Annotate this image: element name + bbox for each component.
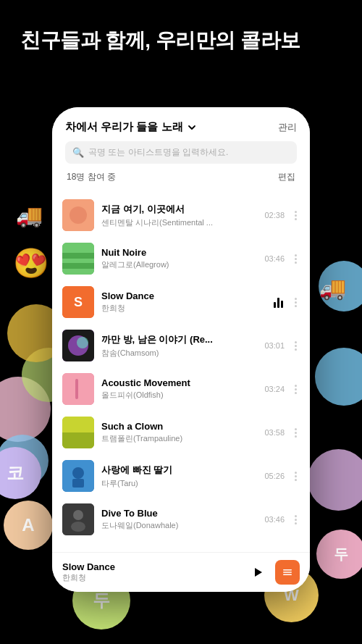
player-info: Slow Dance 한희청 (62, 561, 239, 583)
svg-point-15 (72, 467, 84, 479)
song-title: Acoustic Movement (101, 377, 257, 388)
song-artist: 센티멘탈 시나리(Sentimental ... (101, 217, 257, 228)
song-info: Nuit Noire알레그로(Allegrow) (101, 247, 257, 270)
song-more-button[interactable] (292, 512, 300, 527)
deco-circle-sa: 두 (316, 530, 362, 579)
list-item[interactable]: Nuit Noire알레그로(Allegrow)03:46 (52, 237, 310, 280)
deco-circle-lavender-r (308, 449, 362, 511)
svg-rect-21 (283, 572, 292, 573)
song-title: 지금 여기, 이곳에서 (101, 203, 257, 216)
song-more-button[interactable] (292, 425, 300, 440)
song-title: Dive To Blue (101, 508, 257, 519)
song-list: 지금 여기, 이곳에서센티멘탈 시나리(Sentimental ...02:38… (52, 193, 310, 552)
svg-point-1 (70, 206, 87, 224)
song-thumbnail (62, 503, 94, 535)
song-more-button[interactable] (292, 208, 300, 223)
manage-button[interactable]: 관리 (278, 121, 297, 134)
song-info: Acoustic Movement올드피쉬(Oldfish) (101, 377, 257, 401)
list-item[interactable]: Dive To Blue도나웨일(Donawhale)03:46 (52, 498, 310, 541)
player-title: Slow Dance (62, 561, 239, 572)
song-more-button[interactable] (292, 295, 300, 310)
bottom-player: Slow Dance 한희청 (52, 552, 310, 592)
phone-header: 차에서 우리가 들을 노래 관리 🔍 곡명 또는 아티스트명을 입력하세요. 1… (52, 107, 310, 193)
list-item[interactable]: 까만 방, 남은 이야기 (Re...참솜(Chamsom)03:01 (52, 324, 310, 367)
svg-rect-3 (62, 253, 94, 259)
song-duration: 03:46 (264, 254, 285, 263)
song-thumbnail (62, 417, 94, 448)
song-duration: 03:46 (264, 515, 285, 524)
song-duration: 05:26 (264, 472, 285, 480)
song-duration: 03:24 (264, 385, 285, 393)
list-item[interactable]: Acoustic Movement올드피쉬(Oldfish)03:24 (52, 367, 310, 411)
truck-emoji-left: 🚚 (16, 203, 43, 228)
deco-circle-a: A (4, 501, 53, 550)
song-thumbnail (62, 243, 94, 275)
eyes-emoji: 😍 (13, 246, 49, 280)
song-artist: 한희청 (101, 303, 266, 314)
song-artist: 트램폴린(Trampauline) (101, 433, 257, 444)
svg-point-19 (71, 522, 85, 532)
song-more-button[interactable] (292, 382, 300, 397)
song-info: 사랑에 빠진 딸기타루(Taru) (101, 464, 257, 489)
song-more-button[interactable] (292, 338, 300, 354)
song-thumbnail (62, 330, 94, 361)
search-placeholder: 곡명 또는 아티스트명을 입력하세요. (88, 146, 228, 159)
search-bar[interactable]: 🔍 곡명 또는 아티스트명을 입력하세요. (65, 141, 297, 164)
svg-rect-11 (75, 379, 78, 399)
list-item[interactable]: 지금 여기, 이곳에서센티멘탈 시나리(Sentimental ...02:38 (52, 193, 310, 237)
deco-circle-cyan-r2 (315, 348, 362, 406)
playlist-title: 차에서 우리가 들을 노래 (65, 120, 198, 134)
song-title: Nuit Noire (101, 247, 257, 258)
song-thumbnail (62, 373, 94, 405)
song-info: Slow Dance한희청 (101, 290, 266, 314)
song-title: Such a Clown (101, 421, 257, 432)
song-title: Slow Dance (101, 290, 266, 301)
song-artist: 타루(Taru) (101, 478, 257, 489)
song-thumbnail (62, 460, 94, 492)
song-info: Dive To Blue도나웨일(Donawhale) (101, 508, 257, 531)
svg-rect-20 (283, 569, 292, 571)
phone-mockup: 차에서 우리가 들을 노래 관리 🔍 곡명 또는 아티스트명을 입력하세요. 1… (52, 107, 310, 592)
svg-rect-16 (72, 479, 84, 488)
song-more-button[interactable] (292, 469, 300, 484)
song-thumbnail (62, 199, 94, 231)
search-icon: 🔍 (72, 147, 84, 158)
song-duration: 03:58 (264, 428, 285, 437)
song-thumbnail: S (62, 286, 94, 318)
list-item[interactable]: 사랑에 빠진 딸기타루(Taru)05:26 (52, 454, 310, 498)
svg-rect-22 (283, 574, 292, 576)
svg-rect-13 (62, 432, 94, 448)
song-artist: 알레그로(Allegrow) (101, 259, 257, 270)
hero-text: 친구들과 함께, 우리만의 콜라보 (20, 28, 342, 54)
song-duration: 02:38 (264, 211, 285, 219)
list-item[interactable]: Such a Clown트램폴린(Trampauline)03:58 (52, 411, 310, 454)
song-info: 까만 방, 남은 이야기 (Re...참솜(Chamsom) (101, 333, 257, 359)
svg-point-9 (77, 337, 88, 348)
song-info: Such a Clown트램폴린(Trampauline) (101, 421, 257, 444)
edit-button[interactable]: 편집 (278, 171, 295, 183)
svg-point-18 (73, 510, 83, 520)
playing-indicator (274, 296, 283, 308)
svg-rect-4 (62, 263, 94, 269)
song-artist: 참솜(Chamsom) (101, 348, 257, 359)
song-info: 지금 여기, 이곳에서센티멘탈 시나리(Sentimental ... (101, 203, 257, 228)
song-artist: 도나웨일(Donawhale) (101, 520, 257, 531)
song-duration: 03:01 (264, 341, 285, 350)
song-artist: 올드피쉬(Oldfish) (101, 390, 257, 401)
svg-text:S: S (74, 295, 83, 309)
song-more-button[interactable] (292, 251, 300, 267)
song-title: 까만 방, 남은 이야기 (Re... (101, 333, 257, 346)
menu-button[interactable] (275, 560, 300, 585)
chevron-down-icon[interactable] (186, 122, 198, 133)
play-button[interactable] (246, 561, 268, 583)
truck-emoji-right: 🚚 (319, 275, 346, 301)
participants-count: 18명 참여 중 (67, 171, 116, 183)
player-artist: 한희청 (62, 572, 239, 583)
song-title: 사랑에 빠진 딸기 (101, 464, 257, 477)
list-item[interactable]: SSlow Dance한희청 (52, 280, 310, 324)
